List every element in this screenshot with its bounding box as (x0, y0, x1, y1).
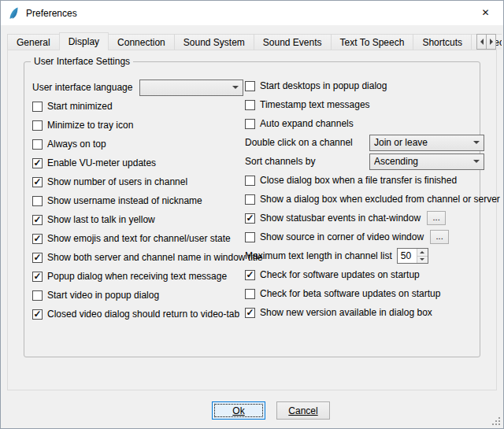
right-checkbox-list-bottom: ✓ Check for software updates on startup … (245, 265, 484, 322)
checkbox-row-show-statusbar-events-in-chat-window[interactable]: ✓ Show statusbar events in chat-window .… (245, 209, 484, 227)
tab-display[interactable]: Display (59, 32, 109, 50)
checkbox[interactable]: ✓ (32, 234, 43, 244)
checkbox-row-check-for-software-updates-on-startup[interactable]: ✓ Check for software updates on startup (245, 265, 484, 284)
arrow-down-icon (420, 258, 424, 261)
checkbox[interactable]: ✓ (32, 272, 43, 282)
language-select[interactable] (139, 80, 243, 96)
checkbox-label: Start desktops in popup dialog (260, 80, 387, 91)
checkbox-label: Show last to talk in yellow (47, 214, 155, 225)
checkbox[interactable]: ✓ (32, 177, 43, 187)
checkbox-row-closed-video-dialog-should-return-to-video-tab[interactable]: ✓ Closed video dialog should return to v… (32, 305, 243, 324)
checkbox[interactable] (32, 102, 43, 112)
cancel-button[interactable]: Cancel (276, 401, 330, 420)
group-title: User Interface Settings (31, 56, 133, 67)
checkbox[interactable] (245, 119, 255, 129)
checkbox[interactable] (245, 232, 255, 242)
checkbox[interactable]: ✓ (32, 215, 43, 225)
checkbox-label: Show source in corner of video window (260, 231, 424, 242)
checkbox-label: Check for beta software updates on start… (260, 288, 440, 299)
resize-grip[interactable] (491, 416, 501, 426)
checkbox-row-close-dialog-box-when-a-file-transfer-is-finishe[interactable]: Close dialog box when a file transfer is… (245, 171, 484, 190)
checkbox-label: Check for software updates on startup (260, 269, 420, 280)
tab-sound-events[interactable]: Sound Events (254, 34, 332, 50)
close-button[interactable]: ✕ (468, 1, 503, 24)
checkbox[interactable]: ✓ (245, 308, 255, 318)
checkbox-row-start-desktops-in-popup-dialog[interactable]: Start desktops in popup dialog (245, 76, 484, 95)
tab-sound-system[interactable]: Sound System (174, 34, 254, 50)
sort-channels-select[interactable]: Ascending (369, 153, 484, 170)
video-source-ellipsis-button[interactable]: ... (430, 230, 449, 244)
checkbox-row-show-emojis-and-text-for-channel-user-state[interactable]: ✓ Show emojis and text for channel/user … (32, 229, 243, 248)
tab-shortcuts[interactable]: Shortcuts (413, 34, 472, 50)
spin-down-button[interactable] (417, 256, 428, 264)
checkbox[interactable] (245, 289, 255, 299)
tab-general[interactable]: General (7, 34, 60, 50)
tab-scroll-right-button[interactable] (486, 34, 496, 50)
checkbox-row-start-video-in-popup-dialog[interactable]: Start video in popup dialog (32, 286, 243, 305)
checkbox-label: Timestamp text messages (260, 99, 370, 110)
statusbar-events-ellipsis-button[interactable]: ... (427, 211, 446, 225)
checkbox-row-check-for-beta-software-updates-on-startup[interactable]: Check for beta software updates on start… (245, 284, 484, 303)
tab-scroll-buttons (477, 34, 496, 50)
right-checkbox-list-mid: Close dialog box when a file transfer is… (245, 171, 484, 209)
left-column: User interface language Start minimized … (32, 78, 243, 324)
checkbox-label: Show new version available in dialog box (260, 307, 432, 318)
chevron-down-icon (232, 86, 239, 89)
left-checkbox-list: Start minimized Minimize to tray icon Al… (32, 97, 243, 324)
right-checkbox-list-top: Start desktops in popup dialog Timestamp… (245, 76, 484, 133)
checkbox-row-popup-dialog-when-receiving-text-message[interactable]: ✓ Popup dialog when receiving text messa… (32, 267, 243, 286)
sort-channels-row: Sort channels by Ascending (245, 152, 484, 171)
chevron-down-icon (473, 141, 480, 144)
checkbox[interactable] (245, 194, 255, 205)
checkbox[interactable] (245, 81, 255, 91)
double-click-select[interactable]: Join or leave (369, 135, 484, 151)
ok-button[interactable]: Ok (212, 401, 265, 420)
checkbox-label: Start minimized (47, 101, 113, 112)
checkbox-row-minimize-to-tray-icon[interactable]: Minimize to tray icon (32, 116, 243, 135)
checkbox-label: Popup dialog when receiving text message (47, 271, 227, 282)
checkbox-label: Always on top (47, 139, 106, 150)
checkbox-row-timestamp-text-messages[interactable]: Timestamp text messages (245, 95, 484, 114)
checkbox[interactable] (32, 290, 43, 301)
checkbox-row-always-on-top[interactable]: Always on top (32, 135, 243, 153)
checkbox[interactable]: ✓ (245, 213, 255, 224)
tab-text-to-speech[interactable]: Text To Speech (331, 34, 414, 50)
max-text-length-spinner[interactable]: 50 (397, 248, 428, 264)
double-click-row: Double click on a channel Join or leave (245, 133, 484, 152)
user-interface-settings-group: User Interface Settings User interface l… (24, 61, 480, 357)
checkbox-row-show-a-dialog-box-when-excluded-from-channel-or-[interactable]: Show a dialog box when excluded from cha… (245, 190, 484, 209)
checkbox[interactable]: ✓ (32, 253, 43, 263)
checkbox-row-start-minimized[interactable]: Start minimized (32, 97, 243, 116)
checkbox[interactable] (32, 120, 43, 131)
right-column: Start desktops in popup dialog Timestamp… (245, 76, 484, 322)
checkbox[interactable] (245, 176, 255, 186)
checkbox-label: Show both server and channel name in win… (47, 252, 263, 263)
arrow-up-icon (420, 251, 424, 253)
max-text-length-label: Maximum text length in channel list (245, 250, 392, 261)
checkbox[interactable]: ✓ (32, 158, 43, 168)
arrow-left-icon (480, 39, 484, 45)
checkbox-row-show-last-to-talk-in-yellow[interactable]: ✓ Show last to talk in yellow (32, 210, 243, 229)
checkbox-label: Enable VU-meter updates (47, 157, 156, 168)
checkbox-row-show-both-server-and-channel-name-in-window-titl[interactable]: ✓ Show both server and channel name in w… (32, 248, 243, 267)
double-click-value: Join or leave (374, 137, 428, 148)
dialog-buttons: Ok Cancel (20, 401, 504, 420)
tab-connection[interactable]: Connection (108, 34, 175, 50)
spin-up-button[interactable] (417, 249, 428, 256)
checkbox-label: Close dialog box when a file transfer is… (260, 175, 457, 186)
checkbox[interactable]: ✓ (32, 309, 43, 320)
checkbox-label: Minimize to tray icon (47, 120, 133, 131)
checkbox-row-show-username-instead-of-nickname[interactable]: Show username instead of nickname (32, 191, 243, 210)
checkbox[interactable] (32, 196, 43, 206)
checkbox-row-auto-expand-channels[interactable]: Auto expand channels (245, 114, 484, 133)
checkbox-row-show-source-in-corner-of-video-window[interactable]: Show source in corner of video window ..… (245, 227, 484, 246)
checkbox-label: Auto expand channels (260, 118, 354, 129)
sort-channels-label: Sort channels by (245, 156, 315, 167)
checkbox-row-enable-vu-meter-updates[interactable]: ✓ Enable VU-meter updates (32, 153, 243, 172)
checkbox-row-show-number-of-users-in-channel[interactable]: ✓ Show number of users in channel (32, 172, 243, 191)
max-text-length-value: 50 (398, 249, 417, 263)
checkbox-row-show-new-version-available-in-dialog-box[interactable]: ✓ Show new version available in dialog b… (245, 303, 484, 322)
checkbox[interactable]: ✓ (245, 270, 255, 280)
checkbox[interactable] (32, 139, 43, 150)
checkbox[interactable] (245, 100, 255, 110)
